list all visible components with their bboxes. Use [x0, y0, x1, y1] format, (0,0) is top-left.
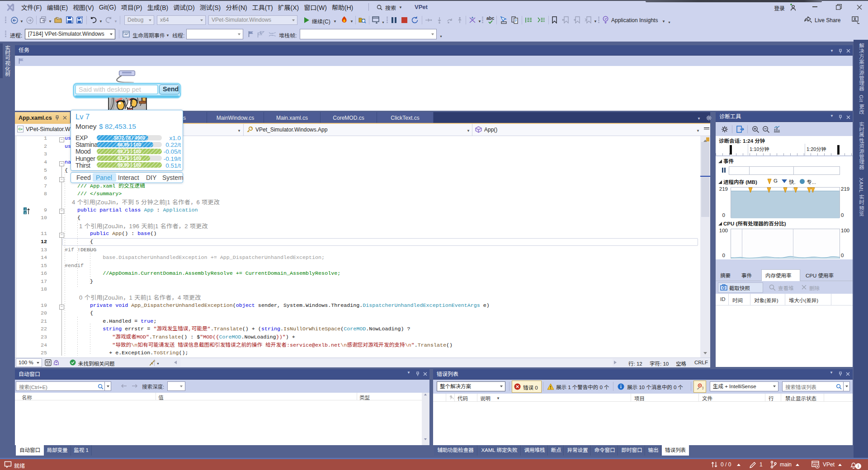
- svg-text:7: 7: [702, 386, 704, 390]
- svg-text:o: o: [24, 212, 26, 214]
